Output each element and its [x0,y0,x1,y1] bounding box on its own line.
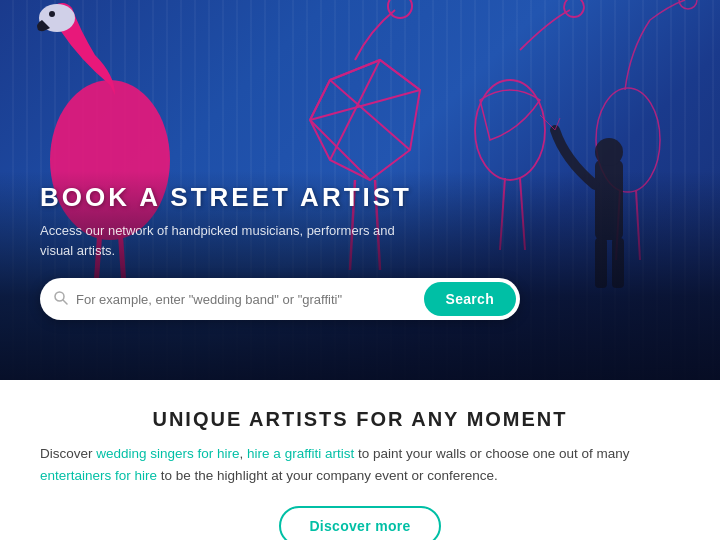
desc-text-3: to paint your walls or choose one out of… [354,446,629,461]
svg-line-15 [310,90,420,120]
svg-line-32 [63,300,67,304]
hero-section: BOOK A STREET ARTIST Access our network … [0,0,720,380]
search-bar: Search [40,278,520,320]
svg-line-7 [380,60,420,90]
search-button[interactable]: Search [424,282,517,316]
svg-line-14 [330,60,380,160]
bottom-section: UNIQUE ARTISTS FOR ANY MOMENT Discover w… [0,380,720,540]
svg-line-13 [330,80,410,150]
section-description: Discover wedding singers for hire, hire … [40,443,680,486]
desc-text-1: Discover [40,446,96,461]
link-graffiti-artist[interactable]: hire a graffiti artist [247,446,354,461]
discover-btn-wrapper: Discover more [40,506,680,540]
svg-line-29 [545,120,555,130]
svg-line-8 [310,80,330,120]
link-wedding-singers[interactable]: wedding singers for hire [96,446,239,461]
svg-point-25 [595,138,623,166]
hero-subtitle: Access our network of handpicked musicia… [40,221,410,260]
section-title: UNIQUE ARTISTS FOR ANY MOMENT [40,408,680,431]
discover-more-button[interactable]: Discover more [279,506,440,540]
link-entertainers[interactable]: entertainers for hire [40,468,157,483]
hero-title: BOOK A STREET ARTIST [40,182,680,213]
svg-point-2 [49,11,55,17]
hero-content: BOOK A STREET ARTIST Access our network … [40,182,680,320]
desc-text-2: , [240,446,248,461]
svg-point-16 [564,0,584,17]
desc-text-4: to be the highlight at your company even… [157,468,498,483]
search-input[interactable] [76,292,424,307]
svg-point-10 [388,0,412,18]
search-icon [54,291,68,308]
